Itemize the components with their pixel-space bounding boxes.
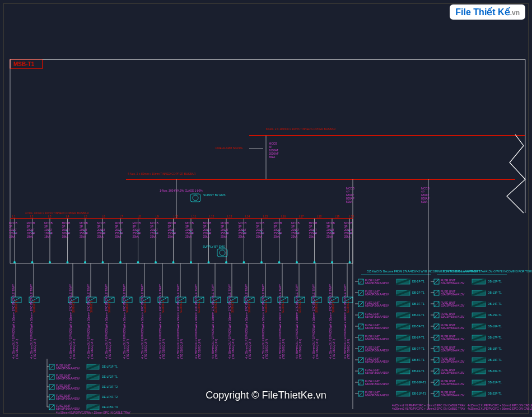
svg-point-81 bbox=[102, 261, 104, 263]
svg-text:63A/3P/50kA/415V: 63A/3P/50kA/415V bbox=[441, 360, 465, 363]
svg-text:L16: L16 bbox=[281, 215, 286, 218]
svg-text:63A/3P/50kA/415V: 63A/3P/50kA/415V bbox=[365, 393, 389, 397]
svg-text:DE-LP2F-T1: DE-LP2F-T1 bbox=[102, 375, 118, 378]
svg-point-113 bbox=[172, 261, 175, 263]
clamp-spec: 1-Nos. 300 kVA,5% CLASS 1 60% bbox=[160, 189, 203, 192]
svg-text:63A/3P/50kA/415V: 63A/3P/50kA/415V bbox=[365, 371, 389, 374]
low-busbar-label: 4 Nos. 40mm x 10mm TINNED COPPER BUSBAR bbox=[25, 211, 89, 215]
svg-line-299 bbox=[49, 364, 54, 369]
svg-line-364 bbox=[358, 324, 363, 329]
svg-text:63A/3P/50kA/415V: 63A/3P/50kA/415V bbox=[56, 377, 80, 380]
svg-text:25kA: 25kA bbox=[168, 235, 175, 238]
svg-point-65 bbox=[67, 261, 69, 263]
svg-text:18kA: 18kA bbox=[27, 235, 34, 238]
svg-text:L10: L10 bbox=[174, 215, 179, 218]
svg-text:25kA: 25kA bbox=[203, 235, 210, 238]
svg-text:63A/3P/50kA/415V: 63A/3P/50kA/415V bbox=[441, 293, 465, 296]
svg-text:63A/3P/50kA/415V: 63A/3P/50kA/415V bbox=[441, 371, 465, 374]
svg-text:(TO DB/EQUIP): (TO DB/EQUIP) bbox=[108, 339, 111, 359]
svg-line-448 bbox=[434, 335, 439, 340]
svg-line-441 bbox=[434, 324, 439, 329]
svg-text:DB-10F-T1: DB-10F-T1 bbox=[412, 381, 426, 384]
svg-line-455 bbox=[434, 346, 439, 351]
svg-text:SUPPLY BY EMS: SUPPLY BY EMS bbox=[203, 245, 225, 248]
svg-line-320 bbox=[49, 395, 54, 400]
svg-text:L19: L19 bbox=[335, 215, 340, 218]
svg-text:63A/3P/50kA/415V: 63A/3P/50kA/415V bbox=[441, 326, 465, 330]
svg-text:(TO DB/EQUIP): (TO DB/EQUIP) bbox=[90, 339, 94, 359]
watermark-logo: File Thiết Kế.vn bbox=[450, 4, 525, 20]
svg-text:4x25mm2 XLPE/PVC/FC + 16mm2 EP: 4x25mm2 XLPE/PVC/FC + 16mm2 EPC ON CABLE… bbox=[468, 407, 532, 410]
continuation-zigzag bbox=[507, 135, 525, 213]
svg-text:25kA: 25kA bbox=[80, 235, 86, 238]
svg-text:25kA: 25kA bbox=[344, 235, 351, 238]
svg-text:(TO DB/EQUIP): (TO DB/EQUIP) bbox=[15, 339, 18, 359]
svg-text:25kA: 25kA bbox=[133, 235, 139, 238]
svg-line-357 bbox=[358, 313, 363, 318]
svg-point-185 bbox=[331, 261, 333, 263]
svg-line-336 bbox=[358, 279, 363, 284]
svg-text:L3: L3 bbox=[48, 215, 52, 218]
svg-text:L7: L7 bbox=[120, 215, 123, 218]
svg-text:4 x 50mm²/XLPE/PVC/SWA + 25mm²: 4 x 50mm²/XLPE/PVC/SWA + 25mm² EPC IN CA… bbox=[56, 411, 131, 414]
svg-text:25kA: 25kA bbox=[256, 235, 263, 238]
svg-text:63A/3P/50kA/415V: 63A/3P/50kA/415V bbox=[56, 367, 80, 370]
svg-point-89 bbox=[119, 261, 122, 263]
svg-line-462 bbox=[434, 358, 439, 363]
svg-text:(TO DB/EQUIP): (TO DB/EQUIP) bbox=[298, 339, 302, 359]
svg-text:63A/3P/50kA/415V: 63A/3P/50kA/415V bbox=[441, 393, 465, 397]
svg-point-73 bbox=[84, 261, 86, 263]
svg-text:25kA: 25kA bbox=[150, 235, 157, 238]
svg-point-121 bbox=[190, 261, 192, 263]
svg-text:63A/3P/50kA/415V: 63A/3P/50kA/415V bbox=[365, 293, 389, 296]
svg-text:63A/3P/50kA/415V: 63A/3P/50kA/415V bbox=[365, 382, 389, 386]
db-stack-right: FUSE UNIT63A/3P/50kA/415VDB-12F-T1FUSE U… bbox=[431, 279, 502, 397]
svg-text:DB-9F-T1: DB-9F-T1 bbox=[412, 369, 424, 373]
svg-text:L12: L12 bbox=[209, 215, 214, 218]
svg-text:63A/3P/50kA/415V: 63A/3P/50kA/415V bbox=[365, 326, 389, 330]
svg-text:63A/3P/50kA/415V: 63A/3P/50kA/415V bbox=[441, 281, 465, 285]
svg-line-313 bbox=[49, 384, 54, 390]
svg-point-177 bbox=[314, 261, 316, 263]
svg-text:DB-13F-T1: DB-13F-T1 bbox=[488, 291, 502, 294]
svg-text:L9: L9 bbox=[156, 215, 159, 218]
svg-text:(TO DB/EQUIP): (TO DB/EQUIP) bbox=[144, 339, 147, 359]
svg-text:DB-2F-T1: DB-2F-T1 bbox=[412, 291, 424, 294]
panel-name: MSB-T1 bbox=[13, 61, 35, 67]
fire-alarm-label: FIRE ALARM SIGNAL bbox=[216, 146, 244, 150]
svg-text:63A/3P/50kA/415V: 63A/3P/50kA/415V bbox=[56, 397, 80, 400]
svg-point-41 bbox=[13, 261, 16, 263]
svg-text:(TO DB/EQUIP): (TO DB/EQUIP) bbox=[162, 339, 165, 359]
svg-text:(TO DB/EQUIP): (TO DB/EQUIP) bbox=[231, 339, 235, 359]
svg-text:63A/3P/50kA/415V: 63A/3P/50kA/415V bbox=[365, 360, 389, 363]
svg-line-420 bbox=[434, 290, 439, 295]
svg-text:L17: L17 bbox=[299, 215, 304, 218]
svg-point-49 bbox=[31, 261, 34, 263]
svg-point-57 bbox=[49, 261, 51, 263]
svg-line-427 bbox=[434, 302, 439, 307]
svg-text:(TO DB/EQUIP): (TO DB/EQUIP) bbox=[72, 339, 76, 359]
feeder-group: MCCB3P100AT100AF18kAMCCB3P100AT100AF18kA… bbox=[9, 219, 353, 359]
svg-text:L2: L2 bbox=[30, 215, 34, 218]
svg-point-137 bbox=[225, 261, 227, 263]
svg-text:25kA: 25kA bbox=[291, 235, 298, 238]
logo-suffix: .vn bbox=[510, 9, 520, 17]
svg-text:63A/3P/50kA/415V: 63A/3P/50kA/415V bbox=[365, 304, 389, 307]
svg-text:63A/3P/50kA/415V: 63A/3P/50kA/415V bbox=[365, 337, 389, 341]
svg-point-129 bbox=[208, 261, 210, 263]
svg-point-161 bbox=[278, 261, 281, 263]
svg-text:DB-18F-T1: DB-18F-T1 bbox=[488, 347, 502, 350]
bottom-left-feeders: FUSE UNIT63A/3P/50kA/415VDE-LP1F-T1FUSE … bbox=[47, 359, 131, 414]
svg-text:DE-LP5F-T3: DE-LP5F-T3 bbox=[102, 405, 118, 409]
svg-text:50kA: 50kA bbox=[421, 200, 428, 203]
svg-text:DB-6F-T1: DB-6F-T1 bbox=[412, 336, 424, 339]
svg-text:50kA: 50kA bbox=[346, 200, 353, 203]
svg-point-19 bbox=[193, 195, 198, 201]
svg-point-169 bbox=[296, 261, 298, 263]
svg-line-399 bbox=[358, 380, 363, 385]
copyright-text: Copyright © FileThietKe.vn bbox=[206, 390, 326, 401]
svg-text:63A/3P/50kA/415V: 63A/3P/50kA/415V bbox=[365, 349, 389, 352]
svg-line-392 bbox=[358, 369, 363, 374]
svg-text:DB-21F-T1: DB-21F-T1 bbox=[488, 381, 502, 384]
svg-text:18kA: 18kA bbox=[9, 235, 16, 238]
